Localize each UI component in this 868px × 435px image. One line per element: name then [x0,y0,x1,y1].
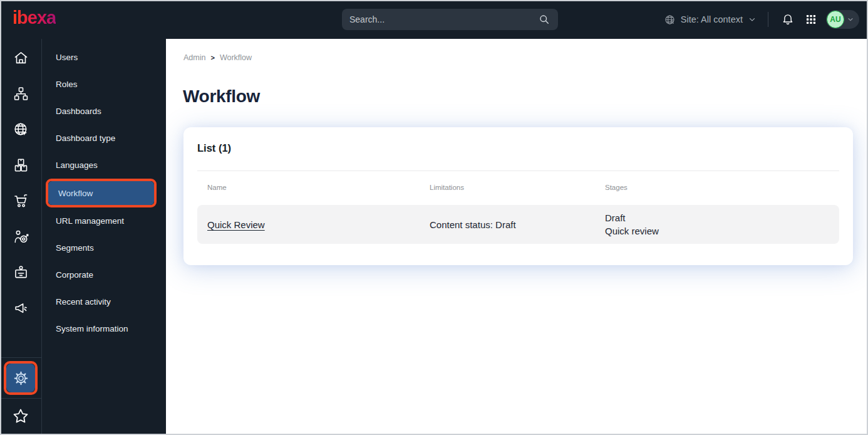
id-badge-icon [13,264,29,281]
user-menu[interactable]: AU [826,10,859,29]
card-divider [197,170,839,171]
sidebar-item-dashboard-type[interactable]: Dashboard type [42,125,166,152]
workflow-list-card: List (1) Name Limitations Stages Quick R… [183,127,853,265]
product-boxes-icon [13,157,29,174]
rail-item-commerce[interactable] [7,187,34,214]
rail-item-admin-settings[interactable] [6,364,35,392]
column-header-name: Name [207,184,430,191]
column-header-limitations: Limitations [430,184,605,191]
table-header: Name Limitations Stages [197,184,839,191]
workflow-name-link[interactable]: Quick Review [207,219,265,230]
page-title: Workflow [183,86,260,107]
sidebar-item-users[interactable]: Users [42,44,166,71]
rail-item-corporate[interactable] [7,258,34,286]
app-grid-button[interactable] [803,12,819,27]
site-context-selector[interactable]: Site: All context [664,14,757,26]
rail-bottom-section [0,357,41,435]
rail-item-marketing[interactable] [7,294,34,322]
chevron-down-icon [847,16,854,23]
home-icon [13,50,29,66]
search-input[interactable] [349,14,538,24]
sidebar-item-dashboards[interactable]: Dashboards [42,98,166,125]
avatar: AU [827,11,844,28]
annotation-highlight-workflow: Workflow [46,179,157,207]
rail-item-personalization[interactable] [7,223,34,250]
sidebar-item-workflow[interactable]: Workflow [48,181,154,205]
gear-icon [13,370,29,387]
site-context-label: Site: All context [681,14,743,24]
rail-item-home[interactable] [7,44,34,71]
rail-item-site[interactable] [7,115,34,143]
workflow-limitations: Content status: Draft [430,219,605,230]
rail-divider [0,398,41,399]
topbar-divider [768,12,768,27]
stage-item: Draft [605,211,829,224]
list-card-title: List (1) [197,142,839,154]
breadcrumb-workflow[interactable]: Workflow [220,53,252,62]
shopping-cart-icon [13,192,29,209]
main-content: Admin > Workflow Workflow List (1) Name … [166,39,868,435]
topbar-right-cluster: Site: All context AU [664,0,859,39]
main-nav-rail [0,39,41,435]
star-icon [11,407,30,426]
rail-item-product-catalog[interactable] [7,151,34,179]
sidebar-item-system-information[interactable]: System information [42,315,166,342]
sidebar-item-roles[interactable]: Roles [42,71,166,98]
site-globe-cursor-icon [13,121,29,138]
sidebar-item-languages[interactable]: Languages [42,152,166,179]
column-header-stages: Stages [605,184,829,191]
workflow-stages: Draft Quick review [605,211,829,238]
chevron-down-icon [748,15,757,24]
table-row[interactable]: Quick Review Content status: Draft Draft… [197,205,839,244]
megaphone-icon [13,300,29,317]
notifications-button[interactable] [780,11,796,28]
sidebar-item-url-management[interactable]: URL management [42,207,166,234]
breadcrumb: Admin > Workflow [183,53,252,62]
sidebar-item-corporate[interactable]: Corporate [42,261,166,288]
ibexa-logo[interactable]: ibexa [13,8,56,28]
rail-item-content-tree[interactable] [7,80,34,107]
site-globe-icon [664,14,676,26]
bell-icon [781,13,795,26]
sidebar-item-segments[interactable]: Segments [42,234,166,261]
breadcrumb-separator: > [210,54,214,61]
sidebar-item-recent-activity[interactable]: Recent activity [42,288,166,315]
rail-divider [0,357,41,358]
content-tree-icon [13,85,29,102]
personalization-target-icon [13,228,29,245]
admin-menu: Users Roles Dashboards Dashboard type La… [41,39,166,435]
topbar: ibexa Site: All context [0,0,868,39]
search-icon[interactable] [538,13,550,26]
rail-item-bookmarks[interactable] [7,402,34,430]
breadcrumb-admin[interactable]: Admin [183,53,205,62]
stage-item: Quick review [605,224,829,238]
global-search[interactable] [342,9,558,30]
annotation-highlight-settings [4,361,38,395]
grid-icon [805,13,817,26]
